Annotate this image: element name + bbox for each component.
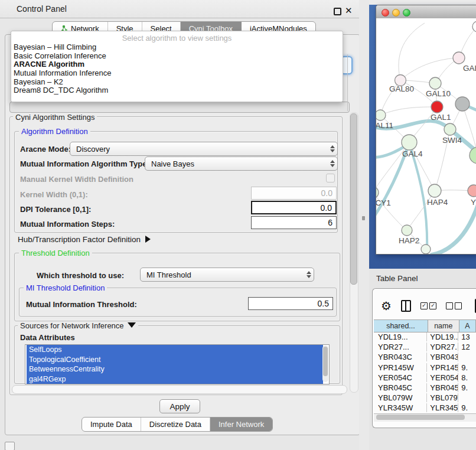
mi-steps-field[interactable]: 6 (251, 216, 337, 229)
tab-infer-network[interactable]: Infer Network (210, 418, 272, 431)
data-attributes-list[interactable]: SelfLoops TopologicalCoefficient Between… (25, 344, 330, 384)
checked-checkbox-icon: ✓ (429, 302, 436, 309)
tab-impute-data[interactable]: Impute Data (82, 418, 141, 431)
splitter-handle[interactable] (362, 216, 365, 220)
network-node-gal[interactable] (453, 52, 465, 64)
algorithm-option[interactable]: Basic Correlation Inference (11, 52, 343, 61)
algorithm-option-selected[interactable]: ARACNE Algorithm (11, 60, 343, 69)
column-header[interactable]: A (459, 320, 476, 332)
mi-algorithm-type-combobox[interactable]: Naive Bayes (145, 156, 338, 171)
table-cell: YBR045C (427, 383, 458, 392)
settings-horizontal-scrollbar[interactable] (12, 385, 347, 394)
table-cell: YBL079W (427, 393, 458, 402)
dpi-tolerance-label: DPI Tolerance [0,1]: (20, 205, 91, 214)
aracne-mode-combobox[interactable]: Discovery (70, 142, 338, 156)
tab-discretize-data-label: Discretize Data (149, 420, 201, 429)
network-node[interactable] (455, 97, 470, 111)
control-panel-title: Control Panel (17, 4, 67, 14)
network-node-gal4[interactable] (402, 135, 417, 150)
network-node-hap2[interactable] (402, 225, 412, 236)
hub-transcription-factor-section[interactable]: Hub/Transcription Factor Definition (18, 235, 151, 244)
sources-title[interactable]: Sources for Network Inference (18, 321, 138, 330)
attribute-list-scrollbar-thumb[interactable] (323, 347, 328, 376)
attribute-item[interactable]: SelfLoops (27, 345, 323, 355)
close-icon[interactable]: ✕ (345, 5, 353, 14)
network-node-gal1[interactable] (431, 101, 443, 113)
node-label: SWI4 (442, 136, 462, 145)
manual-kernel-width-label: Manual Kernel Width Definition (20, 175, 133, 184)
top-strip (369, 0, 476, 5)
network-node-gal10[interactable] (429, 77, 441, 89)
network-node-gal11[interactable] (376, 110, 386, 120)
table-horizontal-scrollbar-thumb[interactable] (376, 415, 465, 420)
node-label: HAP4 (427, 198, 448, 207)
float-window-icon[interactable] (334, 8, 341, 15)
aracne-mode-label: Aracne Mode: (20, 145, 71, 154)
table-panel-toolbar: ⚙ ✓ ✓ (374, 294, 476, 318)
split-pane-gutter[interactable] (359, 0, 369, 450)
hub-transcription-factor-label: Hub/Transcription Factor Definition (18, 235, 141, 244)
table-row[interactable]: YER054CYER054C8. (374, 373, 476, 383)
control-panel-titlebar: Control Panel ✕ (0, 0, 361, 18)
network-node-y[interactable] (468, 185, 476, 197)
attribute-item[interactable]: gal4RGexp (27, 374, 323, 384)
table-row[interactable]: YBL079WYBL079W (374, 393, 476, 403)
network-window-titlebar[interactable] (376, 5, 476, 19)
bottom-left-mini-icon[interactable] (5, 442, 15, 450)
table-cell: 9. (458, 403, 476, 412)
tab-discretize-data[interactable]: Discretize Data (141, 418, 210, 431)
algorithm-option[interactable]: Dream8 DC_TDC Algorithm (11, 86, 343, 95)
gear-icon[interactable]: ⚙ (381, 300, 392, 312)
node-label: GAL (463, 64, 476, 73)
column-header[interactable]: name (428, 320, 459, 332)
table-cell: YBR043C (374, 353, 427, 361)
zoom-traffic-light-icon[interactable] (403, 9, 410, 17)
sources-title-label: Sources for Network Inference (20, 321, 124, 330)
dpi-tolerance-field[interactable]: 0.0 (251, 201, 337, 214)
table-row[interactable]: YBR045CYBR045C9. (374, 383, 476, 393)
kernel-width-field[interactable]: 0.0 (251, 187, 337, 200)
attribute-item[interactable]: BetweennessCentrality (27, 364, 323, 374)
manual-kernel-width-checkbox[interactable] (326, 174, 335, 182)
network-node-gcy1[interactable] (376, 187, 379, 198)
mi-threshold-field[interactable]: 0.5 (248, 297, 333, 310)
table-cell: YDR27... (427, 343, 458, 351)
table-row[interactable]: YDR27...YDR27...12 (374, 342, 476, 352)
mi-threshold-label: Mutual Information Threshold: (26, 300, 137, 309)
node-label: GCY1 (376, 198, 391, 207)
groupbox-edge-fragment (347, 54, 348, 111)
network-canvas[interactable]: GALGAL80GAL10GAL1GAL11SWI4GAL4GCY1HAP4YH… (376, 18, 476, 254)
split-columns-icon[interactable] (401, 300, 411, 312)
column-header[interactable]: shared... (374, 320, 428, 332)
which-threshold-combobox[interactable]: MI Threshold (140, 268, 314, 282)
table-row[interactable]: YPR145WYPR145W9. (374, 363, 476, 373)
expand-arrow-icon[interactable] (145, 236, 151, 243)
checked-checkbox-icon: ✓ (420, 302, 428, 309)
table-header: shared...nameA (374, 319, 476, 332)
apply-button[interactable]: Apply (159, 399, 200, 413)
minimize-traffic-light-icon[interactable] (392, 9, 400, 17)
network-edge (400, 58, 459, 80)
network-node-swi4[interactable] (444, 123, 456, 135)
select-all-columns-icon[interactable]: ✓ ✓ (420, 302, 436, 309)
settings-vertical-scrollbar-thumb[interactable] (350, 113, 357, 285)
algorithm-option[interactable]: Bayesian – K2 (11, 78, 343, 87)
algorithm-option[interactable]: Bayesian – Hill Climbing (11, 43, 343, 52)
attribute-item[interactable]: TopologicalCoefficient (27, 355, 323, 365)
network-node[interactable] (421, 244, 431, 254)
algorithm-option[interactable]: Mutual Information Inference (11, 69, 343, 78)
table-row[interactable]: YDL19...YDL19...13 (374, 332, 476, 342)
table-cell: YDL19... (374, 332, 427, 341)
network-node[interactable] (472, 21, 476, 32)
network-node-hap4[interactable] (428, 184, 441, 197)
table-cell: YBR045C (374, 383, 427, 392)
table-panel-title: Table Panel (376, 274, 418, 283)
close-traffic-light-icon[interactable] (382, 9, 389, 17)
node-label: GAL80 (389, 84, 414, 93)
deselect-all-columns-icon[interactable] (446, 302, 462, 309)
table-row[interactable]: YLR345WYLR345W9. (374, 403, 476, 413)
table-cell: 13 (458, 332, 476, 341)
network-node[interactable] (470, 147, 476, 164)
collapse-arrow-icon[interactable] (128, 322, 136, 328)
table-row[interactable]: YBR043CYBR043C (374, 352, 476, 362)
